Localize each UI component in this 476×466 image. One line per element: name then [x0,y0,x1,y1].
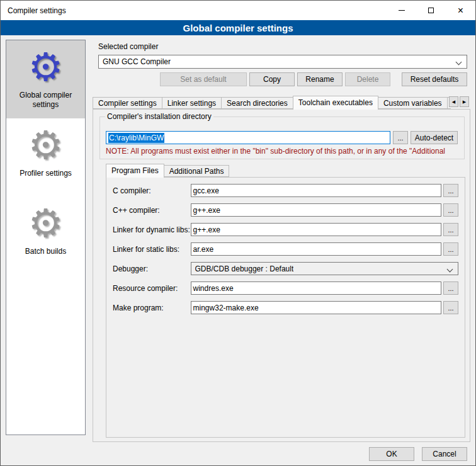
linker-static-label: Linker for static libs: [113,245,191,254]
reset-defaults-button[interactable]: Reset defaults [402,72,467,86]
main-panel: Selected compiler GNU GCC Compiler Set a… [92,35,472,466]
install-dir-value: C:\raylib\MinGW [108,133,164,143]
make-program-browse-button[interactable]: ... [443,301,458,314]
rename-button[interactable]: Rename [297,72,343,86]
toolchain-row: C compiler:gcc.exe... [113,184,458,197]
settings-tabbar: Compiler settingsLinker settingsSearch d… [93,96,470,110]
profiler-gear-icon: ⚙ [28,126,64,165]
minimize-button[interactable] [387,1,416,20]
minimize-icon [399,10,405,11]
subtab-additional-paths[interactable]: Additional Paths [164,165,230,177]
tab-scroll-left-icon: ◀ [452,99,455,105]
autodetect-button[interactable]: Auto-detect [411,131,458,144]
cancel-button[interactable]: Cancel [422,447,467,461]
cpp-compiler-browse-button[interactable]: ... [443,203,458,217]
c-compiler-browse-button[interactable]: ... [443,184,458,197]
compiler-settings-window: Compiler settings × Global compiler sett… [0,0,476,466]
dialog-header: Global compiler settings [1,20,475,35]
delete-button: Delete [345,72,390,86]
toolchain-executables-panel: Compiler's installation directory C:\ray… [93,109,470,442]
maximize-icon [428,8,434,13]
batch-builds-gear-icon: ⚙ [28,204,64,243]
toolchain-row: Resource compiler:windres.exe... [113,281,458,295]
make-program-label: Make program: [113,304,191,312]
linker-dynamic-label: Linker for dynamic libs: [113,225,191,234]
tab-compiler-settings[interactable]: Compiler settings [93,97,162,109]
linker-dynamic-input[interactable]: g++.exe [191,223,442,236]
dropdown-arrow-icon [456,59,462,65]
sidebar-item-batch-builds[interactable]: ⚙Batch builds [6,196,85,275]
program-files-tabbar: Program FilesAdditional Paths [106,164,229,178]
program-files-panel: C compiler:gcc.exe...C++ compiler:g++.ex… [106,177,465,438]
gear-icon: ⚙ [28,48,64,87]
tab-scroll-right-icon: ▶ [463,99,466,105]
cpp-compiler-value: g++.exe [193,206,220,215]
tab-scroll-controls: ◀ ▶ [449,96,469,107]
debugger-dropdown[interactable]: GDB/CDB debugger : Default [191,262,458,275]
install-dir-note: NOTE: All programs must exist either in … [106,147,463,156]
linker-dynamic-value: g++.exe [193,225,220,234]
subtab-program-files[interactable]: Program Files [106,164,164,178]
maximize-button[interactable] [416,1,446,20]
selected-compiler-label: Selected compiler [98,42,158,51]
window-controls: × [387,1,475,20]
debugger-value: GDB/CDB debugger : Default [195,264,294,273]
toolchain-row: Debugger:GDB/CDB debugger : Default [113,262,458,275]
close-button[interactable]: × [446,1,475,20]
resource-compiler-input[interactable]: windres.exe [191,281,442,295]
linker-static-value: ar.exe [193,245,214,254]
selected-compiler-dropdown[interactable]: GNU GCC Compiler [98,55,467,69]
install-dir-group-label: Compiler's installation directory [105,112,213,121]
cpp-compiler-label: C++ compiler: [113,206,191,215]
tabs-row: Compiler settingsLinker settingsSearch d… [93,96,451,110]
copy-button[interactable]: Copy [249,72,295,86]
tab-scroll-right-button[interactable]: ▶ [460,96,469,107]
sidebar-item-label: Profiler settings [20,169,72,178]
cpp-compiler-input[interactable]: g++.exe [191,203,442,217]
toolchain-row: Linker for dynamic libs:g++.exe... [113,223,458,236]
resource-compiler-value: windres.exe [193,284,234,293]
resource-compiler-browse-button[interactable]: ... [443,281,458,295]
titlebar: Compiler settings × [1,1,475,20]
c-compiler-value: gcc.exe [193,186,219,195]
linker-static-browse-button[interactable]: ... [443,242,458,256]
toolchain-row: Linker for static libs:ar.exe... [113,242,458,256]
linker-static-input[interactable]: ar.exe [191,242,442,256]
toolchain-row: C++ compiler:g++.exe... [113,203,458,217]
close-icon: × [458,6,463,16]
set-as-default-button: Set as default [160,72,247,86]
sidebar-item-label: Batch builds [25,247,66,256]
dialog-footer: OK Cancel [369,447,467,461]
sidebar-item-global-compiler-settings[interactable]: ⚙Global compiler settings [6,40,85,118]
tab-search-directories[interactable]: Search directories [221,97,293,109]
make-program-value: mingw32-make.exe [193,304,259,312]
tab-linker-settings[interactable]: Linker settings [162,97,222,109]
selected-compiler-value: GNU GCC Compiler [103,57,171,66]
tab-scroll-left-button[interactable]: ◀ [449,96,458,107]
toolchain-row: Make program:mingw32-make.exe... [113,301,458,314]
tab-custom-variables[interactable]: Custom variables [378,97,448,109]
resource-compiler-label: Resource compiler: [113,284,191,293]
sidebar-item-profiler-settings[interactable]: ⚙Profiler settings [6,118,85,196]
install-dir-group: Compiler's installation directory C:\ray… [99,116,465,159]
c-compiler-input[interactable]: gcc.exe [191,184,442,197]
install-dir-input[interactable]: C:\raylib\MinGW [106,131,390,144]
linker-dynamic-browse-button[interactable]: ... [443,223,458,236]
install-dir-browse-button[interactable]: ... [393,131,408,144]
ok-button[interactable]: OK [369,447,414,461]
sidebar-item-label: Global compiler settings [8,91,84,110]
tab-toolchain-executables[interactable]: Toolchain executables [293,96,378,110]
c-compiler-label: C compiler: [113,186,191,195]
debugger-label: Debugger: [113,264,191,273]
dropdown-arrow-icon [447,266,453,273]
make-program-input[interactable]: mingw32-make.exe [191,301,442,314]
window-title: Compiler settings [1,6,66,15]
settings-category-list: ⚙Global compiler settings⚙Profiler setti… [6,40,86,435]
